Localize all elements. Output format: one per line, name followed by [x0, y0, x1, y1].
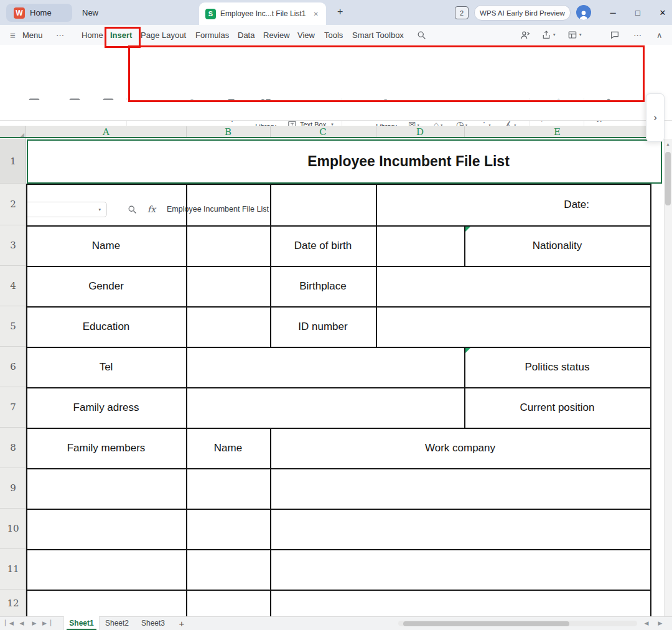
sheet-tab-sheet3[interactable]: Sheet3: [136, 616, 170, 630]
new-document-tab-button[interactable]: +: [337, 6, 343, 17]
cell-a8-family-members[interactable]: Family members: [27, 429, 185, 467]
zoom-search-icon[interactable]: [128, 205, 137, 217]
row-header-7[interactable]: 7: [0, 387, 26, 428]
row-header-5[interactable]: 5: [0, 306, 26, 347]
ribbon: PivotTable PivotChart Table Picture▾ Scr…: [0, 45, 672, 100]
close-button[interactable]: ✕: [651, 0, 672, 25]
document-tab[interactable]: S Employee Inc...t File List1 ✕: [199, 2, 326, 25]
cell-a7-family-adress[interactable]: Family adress: [27, 388, 185, 426]
scroll-up-icon[interactable]: ▲: [664, 139, 672, 149]
row-header-9[interactable]: 9: [0, 468, 26, 509]
avatar[interactable]: [576, 5, 591, 20]
home-tab[interactable]: W Home: [6, 4, 72, 22]
tab-page-layout[interactable]: Page Layout: [141, 25, 186, 45]
header-separator: [270, 126, 271, 138]
header-separator: [376, 126, 376, 138]
caret-down-icon: ▾: [553, 32, 556, 37]
cell-a6-tel[interactable]: Tel: [27, 348, 185, 386]
cell-flag-triangle: [465, 227, 470, 232]
vertical-scrollbar[interactable]: [664, 139, 672, 616]
add-sheet-button[interactable]: +: [175, 616, 188, 630]
formula-bar: A1 ▾ fx Employee Incumbent File List: [0, 100, 672, 121]
header-separator: [464, 126, 465, 138]
ribbon-expand-button[interactable]: ›: [646, 93, 665, 142]
grid-line: [26, 590, 651, 591]
wps-ai-preview-button[interactable]: WPS AI Early Bird Preview: [474, 5, 571, 21]
cell-flag-triangle: [465, 348, 470, 353]
row-header-3[interactable]: 3: [0, 225, 26, 266]
row-header-11[interactable]: 11: [0, 549, 26, 590]
cell-a3-name[interactable]: Name: [27, 227, 185, 265]
caret-down-icon: ▾: [98, 207, 101, 212]
sheet2-label: Sheet2: [105, 619, 129, 628]
first-sheet-icon[interactable]: ▏◀: [4, 616, 15, 630]
horizontal-scrollbar-thumb[interactable]: [403, 621, 569, 626]
minimize-button[interactable]: ─: [601, 0, 625, 25]
sheet3-label: Sheet3: [141, 619, 165, 628]
chevron-right-icon: ›: [653, 111, 657, 124]
vertical-scrollbar-thumb[interactable]: [665, 152, 671, 205]
more-options-ellipsis[interactable]: ⋯: [633, 25, 642, 45]
last-sheet-icon[interactable]: ▶▕: [41, 616, 52, 630]
window-layout-icon[interactable]: ▾: [567, 25, 582, 45]
sheet1-label: Sheet1: [69, 619, 93, 628]
grid-line: [26, 549, 651, 550]
new-tab[interactable]: New: [77, 4, 121, 22]
scroll-right-icon[interactable]: ▶: [655, 616, 666, 630]
cell-a5-education[interactable]: Education: [27, 308, 185, 346]
share-icon[interactable]: ▾: [541, 25, 556, 45]
row-header-12[interactable]: 12: [0, 590, 26, 616]
cell-e3-nationality[interactable]: Nationality: [465, 227, 649, 265]
title-bar: W Home New S Employee Inc...t File List1…: [0, 0, 672, 25]
document-tab-close-icon[interactable]: ✕: [312, 9, 320, 19]
tab-formulas[interactable]: Formulas: [195, 25, 229, 45]
cell-d2-date[interactable]: Date:: [377, 185, 649, 224]
tab-home[interactable]: Home: [82, 25, 103, 45]
menu-label[interactable]: Menu: [22, 25, 43, 45]
row-header-2[interactable]: 2: [0, 184, 26, 225]
cell-c4-birthplace[interactable]: Birthplace: [271, 267, 375, 305]
cell-c8-work-company[interactable]: Work company: [271, 429, 649, 467]
row-header-4[interactable]: 4: [0, 266, 26, 306]
collapse-ribbon-icon[interactable]: ∧: [656, 25, 663, 45]
caret-down-icon: ▾: [579, 32, 582, 37]
share-user-icon[interactable]: [520, 25, 531, 45]
tab-review[interactable]: Review: [263, 25, 290, 45]
grid-line: [26, 509, 651, 510]
row-header-8[interactable]: 8: [0, 428, 26, 468]
previous-sheet-icon[interactable]: ◀: [16, 616, 27, 630]
cell-e6-politics-status[interactable]: Politics status: [465, 348, 649, 386]
user-icon: [578, 9, 589, 20]
insert-function-icon[interactable]: fx: [147, 204, 156, 214]
cell-b8-name[interactable]: Name: [187, 429, 269, 467]
cell-e7-current-position[interactable]: Current position: [465, 388, 649, 426]
grid-line: [650, 184, 651, 616]
grid-line: [186, 184, 187, 616]
active-cell-selection-border: [27, 139, 662, 184]
sheet-tab-sheet2[interactable]: Sheet2: [100, 616, 134, 630]
hamburger-menu-icon[interactable]: ≡: [10, 25, 16, 45]
row-header-6[interactable]: 6: [0, 347, 26, 387]
row-header-1[interactable]: 1: [0, 139, 26, 184]
menu-bar: ≡ Menu ⋯ Home Insert Page Layout Formula…: [0, 25, 672, 45]
tab-insert[interactable]: Insert: [110, 25, 132, 45]
next-sheet-icon[interactable]: ▶: [29, 616, 40, 630]
comment-bubble-icon[interactable]: [610, 25, 620, 45]
search-icon[interactable]: [417, 25, 426, 45]
maximize-button[interactable]: □: [626, 0, 650, 25]
menu-ellipsis[interactable]: ⋯: [56, 25, 64, 45]
wps-logo-icon: W: [14, 7, 25, 19]
tab-smart-toolbox[interactable]: Smart Toolbox: [352, 25, 404, 45]
cell-a4-gender[interactable]: Gender: [27, 267, 185, 305]
tab-data[interactable]: Data: [238, 25, 254, 45]
scroll-left-icon[interactable]: ◀: [641, 616, 652, 630]
window-stack-badge[interactable]: 2: [455, 6, 469, 19]
sheet-tab-sheet1[interactable]: Sheet1: [63, 616, 100, 630]
cell-c3-date-of-birth[interactable]: Date of birth: [271, 227, 375, 265]
row-header-10[interactable]: 10: [0, 509, 26, 549]
tab-view[interactable]: View: [297, 25, 315, 45]
tab-tools[interactable]: Tools: [324, 25, 343, 45]
formula-content[interactable]: Employee Incumbent File List: [167, 205, 269, 214]
grid-line: [26, 468, 651, 469]
cell-c5-id-number[interactable]: ID number: [271, 308, 375, 346]
